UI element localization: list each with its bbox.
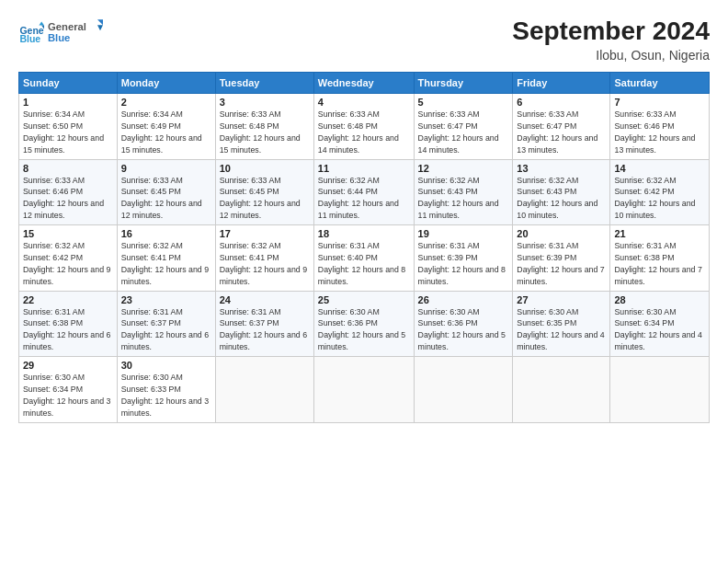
day-number: 29 [23, 360, 113, 371]
svg-marker-2 [39, 21, 44, 25]
day-number: 20 [517, 228, 606, 239]
title-block: September 2024 Ilobu, Osun, Nigeria [512, 17, 710, 63]
table-row: 14Sunrise: 6:32 AMSunset: 6:42 PMDayligh… [610, 159, 710, 225]
table-row: 4Sunrise: 6:33 AMSunset: 6:48 PMDaylight… [313, 94, 414, 160]
col-thursday: Thursday [414, 73, 513, 94]
day-info: Sunrise: 6:30 AMSunset: 6:35 PMDaylight:… [517, 307, 604, 352]
calendar-week-5: 29Sunrise: 6:30 AMSunset: 6:34 PMDayligh… [19, 357, 710, 423]
logo-icon: General Blue [18, 20, 44, 46]
day-info: Sunrise: 6:33 AMSunset: 6:46 PMDaylight:… [23, 176, 104, 221]
day-info: Sunrise: 6:32 AMSunset: 6:42 PMDaylight:… [614, 176, 695, 221]
table-row: 18Sunrise: 6:31 AMSunset: 6:40 PMDayligh… [313, 225, 414, 292]
day-info: Sunrise: 6:34 AMSunset: 6:50 PMDaylight:… [23, 109, 104, 155]
day-info: Sunrise: 6:33 AMSunset: 6:47 PMDaylight:… [418, 109, 499, 155]
col-monday: Monday [117, 73, 215, 94]
day-number: 15 [23, 228, 113, 239]
day-number: 3 [220, 97, 310, 108]
day-number: 30 [121, 360, 211, 371]
day-info: Sunrise: 6:31 AMSunset: 6:37 PMDaylight:… [220, 307, 307, 352]
day-info: Sunrise: 6:31 AMSunset: 6:40 PMDaylight:… [318, 241, 405, 286]
day-number: 16 [121, 228, 211, 239]
header: General Blue General Blue September 2024… [18, 17, 710, 63]
day-info: Sunrise: 6:33 AMSunset: 6:45 PMDaylight:… [220, 176, 301, 221]
table-row [215, 357, 313, 423]
day-number: 23 [121, 294, 211, 305]
table-row: 24Sunrise: 6:31 AMSunset: 6:37 PMDayligh… [215, 291, 313, 357]
table-row: 17Sunrise: 6:32 AMSunset: 6:41 PMDayligh… [215, 225, 313, 292]
day-info: Sunrise: 6:32 AMSunset: 6:43 PMDaylight:… [418, 176, 499, 221]
table-row: 8Sunrise: 6:33 AMSunset: 6:46 PMDaylight… [19, 159, 118, 225]
calendar-header-row: Sunday Monday Tuesday Wednesday Thursday… [19, 73, 710, 94]
subtitle: Ilobu, Osun, Nigeria [512, 48, 710, 63]
svg-text:Blue: Blue [48, 32, 70, 43]
table-row: 3Sunrise: 6:33 AMSunset: 6:48 PMDaylight… [215, 94, 313, 160]
day-info: Sunrise: 6:30 AMSunset: 6:33 PMDaylight:… [121, 373, 209, 418]
table-row: 9Sunrise: 6:33 AMSunset: 6:45 PMDaylight… [117, 159, 215, 225]
day-number: 1 [23, 97, 113, 108]
day-number: 2 [121, 97, 211, 108]
day-info: Sunrise: 6:30 AMSunset: 6:36 PMDaylight:… [418, 307, 506, 352]
day-info: Sunrise: 6:31 AMSunset: 6:38 PMDaylight:… [614, 241, 701, 286]
table-row: 23Sunrise: 6:31 AMSunset: 6:37 PMDayligh… [117, 291, 215, 357]
day-number: 8 [23, 163, 113, 174]
day-number: 10 [220, 163, 310, 174]
day-info: Sunrise: 6:34 AMSunset: 6:49 PMDaylight:… [121, 109, 202, 155]
general-blue-logo: General Blue [48, 17, 103, 46]
table-row: 27Sunrise: 6:30 AMSunset: 6:35 PMDayligh… [513, 291, 610, 357]
table-row: 5Sunrise: 6:33 AMSunset: 6:47 PMDaylight… [414, 94, 513, 160]
table-row: 25Sunrise: 6:30 AMSunset: 6:36 PMDayligh… [313, 291, 414, 357]
day-number: 11 [318, 163, 410, 174]
table-row: 10Sunrise: 6:33 AMSunset: 6:45 PMDayligh… [215, 159, 313, 225]
table-row: 11Sunrise: 6:32 AMSunset: 6:44 PMDayligh… [313, 159, 414, 225]
svg-text:Blue: Blue [19, 33, 40, 44]
table-row [610, 357, 710, 423]
table-row: 29Sunrise: 6:30 AMSunset: 6:34 PMDayligh… [19, 357, 118, 423]
table-row: 16Sunrise: 6:32 AMSunset: 6:41 PMDayligh… [117, 225, 215, 292]
col-sunday: Sunday [19, 73, 118, 94]
table-row [414, 357, 513, 423]
calendar-week-3: 15Sunrise: 6:32 AMSunset: 6:42 PMDayligh… [19, 225, 710, 292]
day-info: Sunrise: 6:33 AMSunset: 6:45 PMDaylight:… [121, 176, 202, 221]
day-number: 4 [318, 97, 410, 108]
table-row: 19Sunrise: 6:31 AMSunset: 6:39 PMDayligh… [414, 225, 513, 292]
table-row: 2Sunrise: 6:34 AMSunset: 6:49 PMDaylight… [117, 94, 215, 160]
table-row: 28Sunrise: 6:30 AMSunset: 6:34 PMDayligh… [610, 291, 710, 357]
day-info: Sunrise: 6:33 AMSunset: 6:48 PMDaylight:… [318, 109, 399, 155]
day-number: 17 [220, 228, 310, 239]
day-number: 22 [23, 294, 113, 305]
table-row: 13Sunrise: 6:32 AMSunset: 6:43 PMDayligh… [513, 159, 610, 225]
day-number: 9 [121, 163, 211, 174]
col-wednesday: Wednesday [313, 73, 414, 94]
page: General Blue General Blue September 2024… [0, 0, 728, 563]
day-info: Sunrise: 6:30 AMSunset: 6:34 PMDaylight:… [614, 307, 701, 352]
day-info: Sunrise: 6:33 AMSunset: 6:48 PMDaylight:… [220, 109, 301, 155]
day-number: 19 [418, 228, 509, 239]
table-row: 7Sunrise: 6:33 AMSunset: 6:46 PMDaylight… [610, 94, 710, 160]
table-row [313, 357, 414, 423]
table-row: 15Sunrise: 6:32 AMSunset: 6:42 PMDayligh… [19, 225, 118, 292]
svg-text:General: General [48, 21, 86, 32]
col-tuesday: Tuesday [215, 73, 313, 94]
calendar-week-2: 8Sunrise: 6:33 AMSunset: 6:46 PMDaylight… [19, 159, 710, 225]
day-info: Sunrise: 6:30 AMSunset: 6:34 PMDaylight:… [23, 373, 110, 418]
table-row [513, 357, 610, 423]
day-info: Sunrise: 6:31 AMSunset: 6:39 PMDaylight:… [517, 241, 604, 286]
day-info: Sunrise: 6:32 AMSunset: 6:41 PMDaylight:… [121, 241, 209, 286]
day-number: 6 [517, 97, 606, 108]
svg-marker-6 [97, 19, 103, 25]
day-number: 5 [418, 97, 509, 108]
calendar-week-4: 22Sunrise: 6:31 AMSunset: 6:38 PMDayligh… [19, 291, 710, 357]
day-number: 26 [418, 294, 509, 305]
day-info: Sunrise: 6:32 AMSunset: 6:42 PMDaylight:… [23, 241, 110, 286]
day-info: Sunrise: 6:32 AMSunset: 6:43 PMDaylight:… [517, 176, 597, 221]
col-friday: Friday [513, 73, 610, 94]
day-number: 27 [517, 294, 606, 305]
calendar-week-1: 1Sunrise: 6:34 AMSunset: 6:50 PMDaylight… [19, 94, 710, 160]
day-number: 13 [517, 163, 606, 174]
table-row: 30Sunrise: 6:30 AMSunset: 6:33 PMDayligh… [117, 357, 215, 423]
day-info: Sunrise: 6:31 AMSunset: 6:39 PMDaylight:… [418, 241, 506, 286]
day-number: 24 [220, 294, 310, 305]
day-info: Sunrise: 6:31 AMSunset: 6:38 PMDaylight:… [23, 307, 110, 352]
day-info: Sunrise: 6:33 AMSunset: 6:47 PMDaylight:… [517, 109, 597, 155]
day-number: 25 [318, 294, 410, 305]
